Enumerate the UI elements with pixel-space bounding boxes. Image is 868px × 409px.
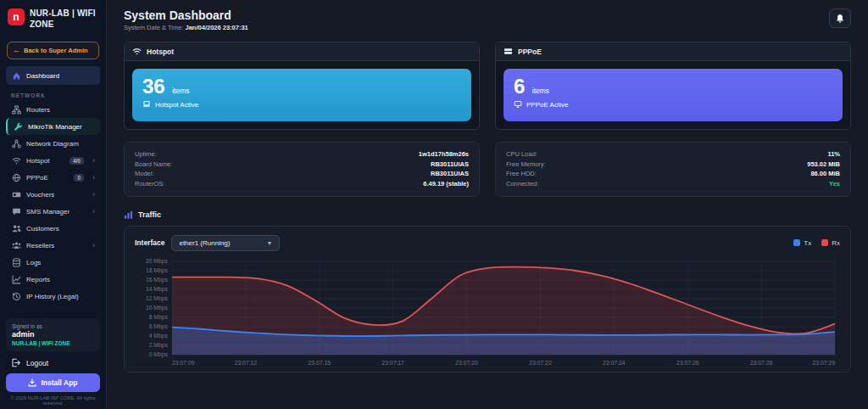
legend-item-rx: Rx	[821, 239, 840, 247]
info-row-model: Model:RB3011UiAS	[135, 169, 469, 179]
svg-text:0 Mbps: 0 Mbps	[149, 351, 169, 358]
bell-icon	[835, 14, 845, 24]
network-section-label: NETWORK	[6, 88, 100, 101]
svg-text:23:07:24: 23:07:24	[603, 360, 626, 366]
notifications-button[interactable]	[829, 8, 851, 28]
pppoe-status-label: PPPoE Active	[526, 101, 568, 109]
info-row-connected: Connected:Yes	[506, 179, 840, 189]
report-chart-icon	[11, 274, 21, 284]
sidebar-item-vouchers[interactable]: Vouchers ›	[6, 186, 100, 203]
sitemap-icon	[11, 104, 21, 115]
sidebar-item-label: Dashboard	[26, 72, 59, 80]
sidebar-item-logs[interactable]: Logs	[6, 254, 100, 271]
svg-text:23:07:17: 23:07:17	[381, 360, 404, 366]
hotspot-panel-title: Hotspot	[147, 48, 174, 56]
main-header: System Dashboard System Date & Time: Jan…	[124, 8, 851, 31]
laptop-icon	[142, 100, 151, 109]
pppoe-count-badge: 0	[74, 174, 84, 182]
router-info-card: Uptime:1w1d17h58m26s Board Name:RB3011Ui…	[124, 142, 480, 197]
chevron-right-icon: ›	[92, 157, 95, 165]
svg-text:23:07:15: 23:07:15	[309, 360, 331, 366]
chevron-right-icon: ›	[92, 208, 95, 216]
hotspot-status-label: Hotspot Active	[155, 101, 198, 109]
sidebar-item-mikrotik-manager[interactable]: MikroTik Manager	[6, 118, 100, 135]
sidebar-item-label: IP History (Legal)	[26, 293, 79, 300]
copyright-text: © 2026 NUR-LAB ISP CORE. All rights rese…	[6, 392, 100, 406]
svg-text:23:07:12: 23:07:12	[235, 360, 258, 366]
info-row-board-name: Board Name:RB3011UiAS	[135, 160, 469, 170]
chat-icon	[11, 206, 21, 216]
monitor-icon	[514, 100, 522, 109]
history-icon	[11, 291, 21, 301]
signed-in-box: Signed in as admin NUR-LAB | WIFI ZONE	[6, 318, 100, 351]
wrench-icon	[13, 121, 23, 132]
logout-label: Logout	[26, 359, 48, 367]
arrow-left-icon: ←	[13, 47, 20, 54]
brand-logo-icon: n	[8, 8, 25, 25]
chevron-right-icon: ›	[92, 242, 95, 249]
pppoe-count: 6	[514, 76, 525, 97]
hotspot-panel-header: Hotspot	[125, 42, 479, 61]
svg-text:23:07:09: 23:07:09	[172, 360, 195, 366]
info-row-free-hdd: Free HDD:86.00 MiB	[506, 169, 840, 179]
signed-in-org: NUR-LAB | WIFI ZONE	[12, 340, 94, 346]
pppoe-unit: items	[532, 87, 549, 95]
brand: n NUR-LAB | WIFI ZONE	[6, 7, 100, 36]
sidebar-item-ip-history[interactable]: IP History (Legal)	[6, 288, 100, 305]
back-button-label: Back to Super Admin	[24, 47, 88, 54]
diagram-icon	[11, 138, 21, 148]
logout-icon	[11, 358, 21, 368]
svg-text:2 Mbps: 2 Mbps	[149, 342, 169, 349]
sidebar-item-dashboard[interactable]: Dashboard	[6, 66, 100, 85]
interface-select[interactable]: ether1 (Running) ▼	[171, 235, 280, 251]
sidebar-item-label: Logs	[26, 259, 41, 266]
sidebar-item-sms-manager[interactable]: SMS Manager ›	[6, 203, 100, 220]
sidebar-item-pppoe[interactable]: PPPoE 0 ›	[6, 169, 100, 186]
hotspot-unit: items	[172, 87, 189, 95]
sidebar-item-label: SMS Manager	[26, 208, 70, 216]
home-icon	[11, 70, 21, 81]
traffic-chart[interactable]: 0 Mbps2 Mbps4 Mbps6 Mbps8 Mbps10 Mbps12 …	[135, 256, 840, 368]
svg-text:4 Mbps: 4 Mbps	[149, 333, 169, 339]
wifi-icon	[132, 47, 142, 56]
sidebar-item-reports[interactable]: Reports	[6, 271, 100, 288]
svg-text:16 Mbps: 16 Mbps	[146, 277, 169, 283]
rx-swatch-icon	[821, 239, 828, 246]
sidebar-item-customers[interactable]: Customers	[6, 220, 100, 237]
sidebar-item-label: Customers	[26, 225, 59, 233]
pppoe-panel-header: PPPoE	[496, 42, 850, 61]
pppoe-stat-card[interactable]: 6 items PPPoE Active	[504, 69, 843, 121]
sidebar-item-hotspot[interactable]: Hotspot 4/0 ›	[6, 152, 100, 169]
bar-chart-icon	[124, 210, 133, 220]
logout-button[interactable]: Logout	[6, 351, 100, 373]
voucher-icon	[11, 189, 21, 199]
hotspot-stat-card[interactable]: 36 items Hotspot Active	[132, 69, 471, 121]
sidebar-item-label: Vouchers	[26, 191, 54, 199]
pppoe-panel-title: PPPoE	[518, 48, 542, 56]
signed-in-prefix: Signed in as	[12, 323, 94, 329]
sidebar-item-label: Resellers	[26, 242, 54, 249]
back-to-super-admin-button[interactable]: ← Back to Super Admin	[7, 42, 99, 59]
sidebar-item-network-diagram[interactable]: Network Diagram	[6, 135, 100, 152]
sidebar-item-label: PPPoE	[26, 174, 48, 182]
globe-icon	[11, 172, 21, 182]
hotspot-count: 36	[142, 76, 165, 97]
svg-text:20 Mbps: 20 Mbps	[146, 258, 169, 265]
main-content: System Dashboard System Date & Time: Jan…	[107, 0, 868, 409]
sidebar-item-label: Network Diagram	[26, 140, 79, 148]
info-row-routeros: RouterOS:6.49.19 (stable)	[135, 179, 469, 189]
svg-text:23:07:20: 23:07:20	[455, 360, 478, 366]
datetime-value: Jan/04/2026 23:07:31	[186, 24, 248, 31]
tx-swatch-icon	[793, 239, 800, 246]
pppoe-panel: PPPoE 6 items PPPoE Active	[495, 42, 851, 130]
wifi-icon	[11, 155, 21, 165]
svg-text:10 Mbps: 10 Mbps	[146, 305, 169, 311]
sidebar-item-label: Hotspot	[26, 157, 50, 165]
database-icon	[11, 257, 21, 267]
sidebar-item-resellers[interactable]: Resellers ›	[6, 237, 100, 254]
chevron-down-icon: ▼	[267, 240, 273, 246]
sidebar-item-routers[interactable]: Routers	[6, 101, 100, 118]
chart-legend: Tx Rx	[793, 239, 840, 247]
router-info-row: Uptime:1w1d17h58m26s Board Name:RB3011Ui…	[124, 142, 851, 197]
install-app-button[interactable]: Install App	[6, 373, 100, 392]
